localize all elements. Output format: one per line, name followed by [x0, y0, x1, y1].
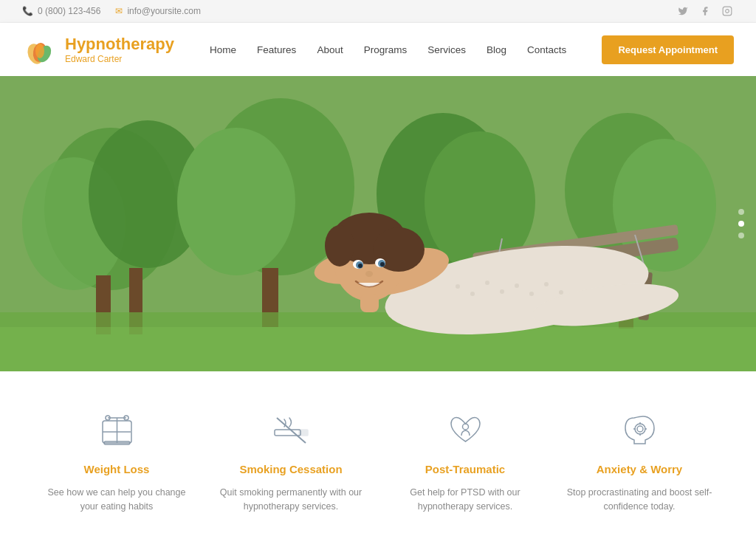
feature-desc-anxiety: Stop procrastinating and boost self-conf…: [566, 486, 713, 514]
svg-rect-22: [0, 327, 756, 371]
feature-weight-loss: Weight Loss See how we can help you chan…: [43, 408, 190, 514]
svg-point-64: [462, 424, 468, 430]
feature-title-weight-loss: Weight Loss: [84, 463, 150, 475]
svg-point-35: [529, 292, 534, 296]
weight-loss-icon: [94, 408, 139, 453]
logo: Hypnotherapy Edward Carter: [22, 32, 174, 67]
nav-features[interactable]: Features: [257, 44, 296, 55]
email-item: ✉ info@yoursite.com: [115, 6, 201, 16]
feature-title-anxiety: Anxiety & Worry: [597, 463, 682, 475]
svg-point-36: [544, 282, 549, 286]
navigation: Home Features About Programs Services Bl…: [210, 44, 566, 55]
feature-post-traumatic: Post-Traumatic Get help for PTSD with ou…: [391, 408, 539, 514]
twitter-icon[interactable]: [676, 4, 690, 18]
svg-point-31: [470, 292, 475, 296]
svg-point-65: [635, 424, 645, 434]
slide-dots: [738, 209, 744, 238]
nav-programs[interactable]: Programs: [364, 44, 408, 55]
feature-title-ptsd: Post-Traumatic: [425, 463, 505, 475]
smoking-cessation-icon: [269, 408, 313, 453]
svg-rect-51: [360, 294, 379, 312]
svg-point-49: [380, 262, 385, 267]
feature-title-smoking: Smoking Cessation: [239, 463, 342, 475]
svg-point-43: [325, 225, 354, 267]
feature-anxiety-worry: Anxiety & Worry Stop procrastinating and…: [566, 408, 713, 514]
phone-number: 0 (800) 123-456: [38, 6, 100, 16]
nav-home[interactable]: Home: [210, 44, 236, 55]
svg-point-48: [358, 264, 362, 268]
nav-contacts[interactable]: Contacts: [527, 44, 566, 55]
logo-title: Hypnotherapy: [65, 35, 174, 54]
slide-dot-1[interactable]: [738, 209, 744, 215]
feature-desc-smoking: Quit smoking permanently with our hypnot…: [217, 486, 365, 514]
anxiety-worry-icon: [617, 408, 662, 453]
slide-dot-3[interactable]: [738, 233, 744, 238]
svg-point-30: [456, 284, 460, 289]
nav-about[interactable]: About: [317, 44, 343, 55]
features-section: Weight Loss See how we can help you chan…: [0, 371, 756, 543]
svg-point-34: [515, 283, 519, 288]
phone-item: 📞 0 (800) 123-456: [22, 6, 100, 16]
svg-point-33: [500, 289, 504, 294]
header: Hypnotherapy Edward Carter Home Features…: [0, 23, 756, 76]
feature-smoking-cessation: Smoking Cessation Quit smoking permanent…: [217, 408, 365, 514]
svg-rect-0: [723, 7, 732, 16]
top-bar: 📞 0 (800) 123-456 ✉ info@yoursite.com: [0, 0, 756, 23]
instagram-icon[interactable]: [721, 4, 734, 18]
phone-icon: 📞: [22, 6, 33, 16]
feature-desc-weight-loss: See how we can help you change your eati…: [43, 486, 190, 514]
facebook-icon[interactable]: [698, 4, 712, 18]
nav-services[interactable]: Services: [427, 44, 466, 55]
slide-dot-2[interactable]: [738, 221, 744, 227]
hero-section: [0, 76, 756, 371]
logo-subtitle: Edward Carter: [65, 54, 174, 64]
svg-point-13: [177, 128, 295, 275]
logo-icon: [22, 32, 58, 67]
email-address: info@yoursite.com: [127, 6, 201, 16]
svg-point-32: [485, 281, 489, 285]
logo-text: Hypnotherapy Edward Carter: [65, 35, 174, 64]
top-bar-left: 📞 0 (800) 123-456 ✉ info@yoursite.com: [22, 6, 201, 16]
svg-rect-62: [299, 430, 308, 436]
svg-point-5: [35, 44, 44, 58]
svg-point-37: [559, 290, 563, 295]
email-icon: ✉: [115, 6, 123, 16]
svg-point-50: [365, 271, 373, 277]
post-traumatic-icon: [443, 408, 487, 453]
request-appointment-button[interactable]: Request Appointment: [602, 35, 734, 64]
svg-point-66: [637, 426, 643, 432]
feature-desc-ptsd: Get help for PTSD with our hypnotherapy …: [391, 486, 539, 514]
social-links: [676, 4, 734, 18]
nav-blog[interactable]: Blog: [487, 44, 506, 55]
